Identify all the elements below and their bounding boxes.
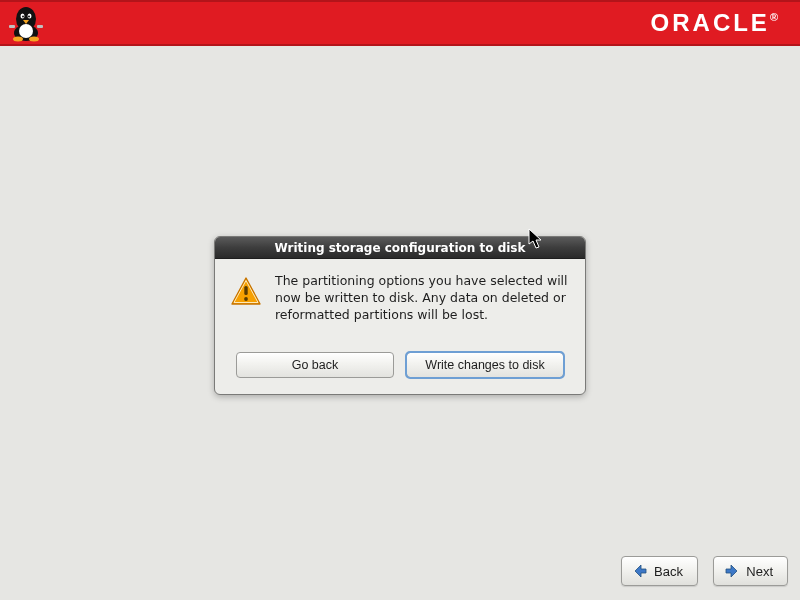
next-button[interactable]: Next — [713, 556, 788, 586]
dialog-message: The partitioning options you have select… — [275, 273, 571, 324]
back-label: Back — [654, 564, 683, 579]
svg-rect-10 — [37, 25, 43, 28]
oracle-logo: ORACLE® — [651, 9, 778, 37]
dialog-title: Writing storage configuration to disk — [215, 237, 585, 259]
svg-point-12 — [244, 297, 248, 301]
svg-point-6 — [28, 16, 30, 18]
arrow-left-icon — [632, 563, 648, 579]
dialog-button-row: Go back Write changes to disk — [215, 338, 585, 394]
go-back-button[interactable]: Go back — [236, 352, 394, 378]
svg-point-8 — [29, 37, 39, 42]
back-button[interactable]: Back — [621, 556, 698, 586]
brand-text: ORACLE — [651, 9, 770, 36]
warning-icon — [229, 275, 263, 309]
tux-penguin-logo-icon — [6, 3, 46, 43]
installer-header: ORACLE® — [0, 0, 800, 46]
svg-point-2 — [19, 24, 33, 38]
svg-rect-11 — [244, 286, 247, 295]
svg-point-5 — [22, 16, 24, 18]
arrow-right-icon — [724, 563, 740, 579]
write-changes-button[interactable]: Write changes to disk — [406, 352, 564, 378]
svg-point-7 — [13, 37, 23, 42]
svg-rect-9 — [9, 25, 15, 28]
registered-mark: ® — [770, 11, 778, 23]
next-label: Next — [746, 564, 773, 579]
write-storage-dialog: Writing storage configuration to disk Th… — [214, 236, 586, 395]
